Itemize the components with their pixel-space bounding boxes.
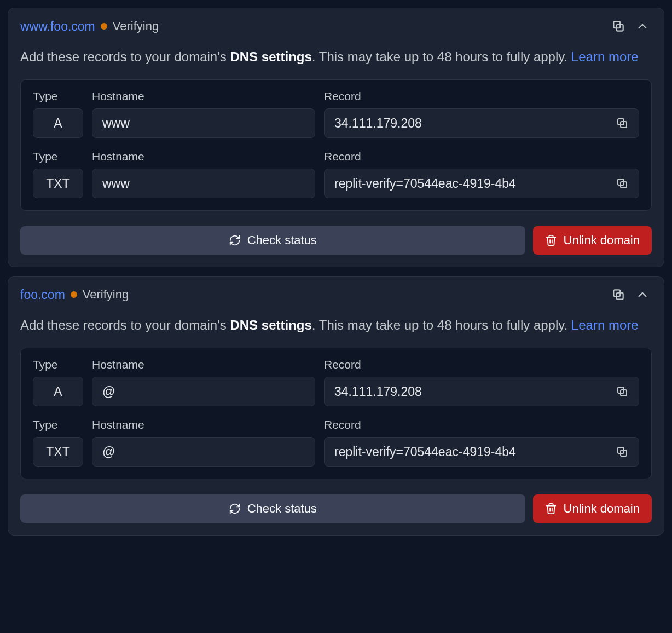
card-header: www.foo.com Verifying — [20, 17, 652, 36]
type-label: Type — [33, 150, 83, 163]
trash-icon — [545, 234, 557, 246]
domain-link[interactable]: www.foo.com — [20, 19, 95, 34]
copy-record-button[interactable] — [609, 117, 629, 130]
hostname-value: www — [92, 108, 315, 138]
unlink-domain-button[interactable]: Unlink domain — [533, 226, 652, 255]
check-status-button[interactable]: Check status — [20, 226, 525, 255]
type-value: TXT — [33, 437, 83, 467]
copy-record-button[interactable] — [609, 385, 629, 398]
hostname-label: Hostname — [92, 150, 315, 163]
instructions-text: Add these records to your domain's DNS s… — [20, 314, 652, 337]
copy-icon — [616, 385, 629, 398]
record-value: 34.111.179.208 — [324, 377, 639, 406]
record-row: Type TXT Hostname www Record replit-veri… — [33, 150, 639, 198]
type-label: Type — [33, 418, 83, 431]
hostname-label: Hostname — [92, 418, 315, 431]
refresh-icon — [229, 234, 241, 246]
chevron-up-icon — [635, 19, 650, 33]
copy-record-button[interactable] — [609, 445, 629, 458]
domain-link[interactable]: foo.com — [20, 287, 65, 302]
hostname-value: @ — [92, 377, 315, 406]
copy-icon — [616, 445, 629, 458]
records-box: Type A Hostname @ Record 34.111.179.208 — [20, 348, 652, 479]
record-value: replit-verify=70544eac-4919-4b4 — [324, 169, 639, 198]
hostname-label: Hostname — [92, 358, 315, 371]
record-label: Record — [324, 358, 639, 371]
type-value: TXT — [33, 169, 83, 198]
status-dot-icon — [101, 23, 107, 30]
records-box: Type A Hostname www Record 34.111.179.20… — [20, 79, 652, 211]
trash-icon — [545, 503, 557, 515]
status-text: Verifying — [113, 19, 159, 33]
type-value: A — [33, 377, 83, 406]
unlink-domain-button[interactable]: Unlink domain — [533, 494, 652, 523]
record-row: Type A Hostname @ Record 34.111.179.208 — [33, 358, 639, 406]
copy-domain-button[interactable] — [609, 285, 628, 304]
record-label: Record — [324, 150, 639, 163]
card-header: foo.com Verifying — [20, 285, 652, 304]
type-label: Type — [33, 90, 83, 103]
check-status-button[interactable]: Check status — [20, 494, 525, 523]
copy-icon — [611, 287, 625, 302]
actions-row: Check status Unlink domain — [20, 226, 652, 255]
chevron-up-icon — [635, 287, 650, 302]
record-row: Type A Hostname www Record 34.111.179.20… — [33, 90, 639, 138]
hostname-value: @ — [92, 437, 315, 467]
copy-icon — [616, 177, 629, 190]
collapse-button[interactable] — [633, 17, 652, 36]
status-dot-icon — [71, 291, 77, 298]
record-label: Record — [324, 90, 639, 103]
record-value: 34.111.179.208 — [324, 108, 639, 138]
copy-record-button[interactable] — [609, 177, 629, 190]
copy-icon — [611, 19, 625, 33]
record-value: replit-verify=70544eac-4919-4b4 — [324, 437, 639, 467]
status-text: Verifying — [83, 287, 129, 302]
record-row: Type TXT Hostname @ Record replit-verify… — [33, 418, 639, 467]
copy-icon — [616, 117, 629, 130]
domain-card: www.foo.com Verifying Add these records … — [8, 8, 664, 267]
actions-row: Check status Unlink domain — [20, 494, 652, 523]
learn-more-link[interactable]: Learn more — [571, 49, 639, 64]
refresh-icon — [229, 503, 241, 515]
record-label: Record — [324, 418, 639, 431]
hostname-label: Hostname — [92, 90, 315, 103]
collapse-button[interactable] — [633, 285, 652, 304]
hostname-value: www — [92, 169, 315, 198]
type-label: Type — [33, 358, 83, 371]
copy-domain-button[interactable] — [609, 17, 628, 36]
type-value: A — [33, 108, 83, 138]
domain-card: foo.com Verifying Add these records to y… — [8, 276, 664, 536]
instructions-text: Add these records to your domain's DNS s… — [20, 45, 652, 68]
learn-more-link[interactable]: Learn more — [571, 318, 639, 332]
